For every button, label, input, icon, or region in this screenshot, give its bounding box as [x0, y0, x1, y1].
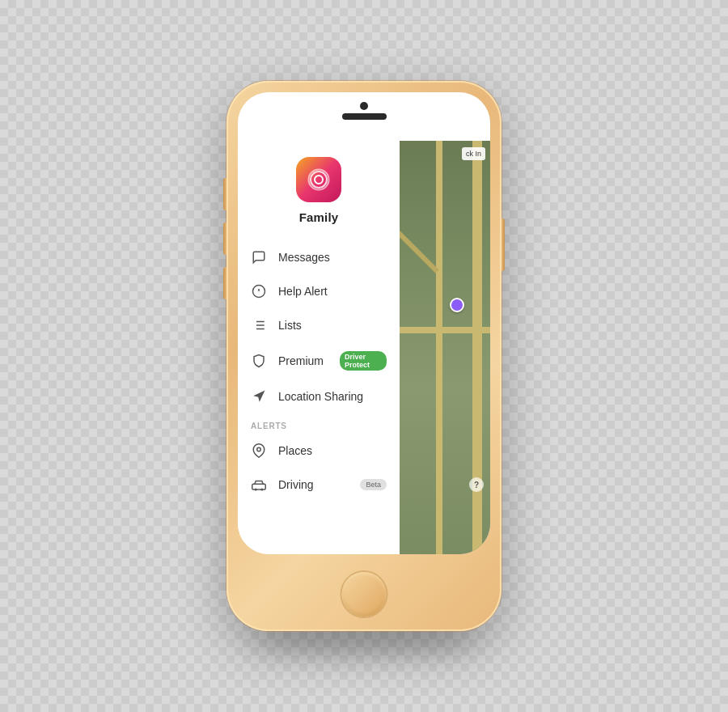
beta-badge: Beta — [360, 479, 387, 490]
svg-marker-9 — [253, 391, 265, 402]
chat-icon — [251, 249, 267, 265]
power-button[interactable] — [502, 218, 505, 271]
map-pin-marker — [450, 298, 464, 312]
premium-label: Premium — [278, 354, 324, 367]
shield-icon — [251, 353, 267, 369]
map-panel: ck In ? — [400, 141, 490, 554]
menu-item-help-alert[interactable]: Help Alert — [238, 274, 400, 308]
phone-screen: Family Messages — [238, 92, 490, 554]
volume-down-button[interactable] — [223, 222, 226, 255]
messages-label: Messages — [278, 251, 330, 264]
menu-item-messages[interactable]: Messages — [238, 240, 400, 274]
life360-logo-icon — [307, 168, 330, 191]
car-icon — [251, 477, 267, 493]
phone-body: Family Messages — [226, 81, 502, 631]
app-header: Family — [238, 141, 400, 237]
menu-item-places[interactable]: Places — [238, 434, 400, 468]
menu-item-premium[interactable]: Premium Driver Protect — [238, 342, 400, 379]
home-button[interactable] — [342, 572, 387, 617]
phone-device: Family Messages — [226, 81, 502, 631]
app-icon — [296, 157, 341, 202]
svg-point-10 — [257, 447, 261, 451]
menu-item-location-sharing[interactable]: Location Sharing — [238, 379, 400, 413]
checkin-label: ck In — [462, 147, 485, 160]
group-name: Family — [299, 210, 339, 224]
speaker-grille — [342, 113, 387, 120]
volume-up-button[interactable] — [223, 178, 226, 210]
help-alert-label: Help Alert — [278, 285, 328, 298]
places-label: Places — [278, 444, 312, 457]
location-pin-icon — [251, 443, 267, 459]
svg-rect-11 — [252, 484, 266, 490]
phone-top-bar — [238, 92, 490, 141]
svg-point-12 — [256, 489, 257, 490]
list-icon — [251, 317, 267, 333]
lists-label: Lists — [278, 319, 302, 332]
navigation-icon — [251, 388, 267, 405]
alerts-section-label: ALERTS — [238, 413, 400, 434]
svg-point-13 — [261, 489, 263, 490]
camera-dot — [360, 102, 368, 110]
icon-outer-ring — [308, 169, 330, 191]
road-vertical-2 — [472, 141, 482, 554]
driving-label: Driving — [278, 478, 314, 491]
road-vertical-1 — [436, 141, 442, 554]
menu-panel: Family Messages — [238, 141, 400, 554]
menu-item-driving[interactable]: Driving Beta — [238, 468, 400, 502]
location-sharing-label: Location Sharing — [278, 390, 363, 403]
mute-switch[interactable] — [223, 267, 226, 299]
screen-content: Family Messages — [238, 141, 490, 554]
driver-protect-badge: Driver Protect — [340, 351, 387, 371]
menu-items-list: Messages Help Alert — [238, 237, 400, 554]
menu-item-lists[interactable]: Lists — [238, 308, 400, 342]
alert-circle-icon — [251, 283, 267, 299]
